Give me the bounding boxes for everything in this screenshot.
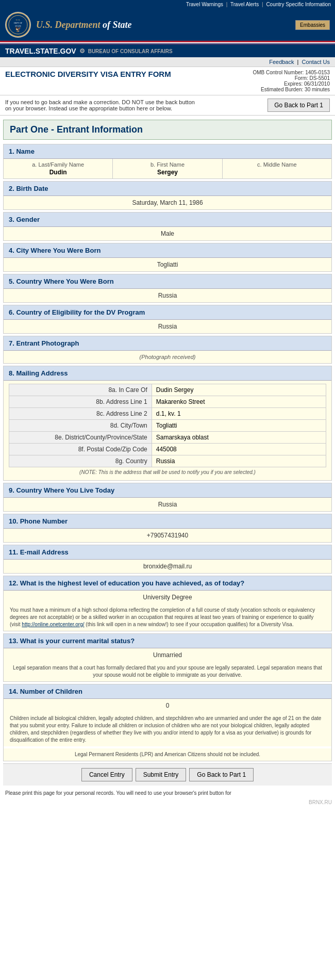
section-mailing: 8. Mailing Address 8a. In Care Of Dudin … [3, 366, 332, 481]
feedback-link[interactable]: Feedback [269, 59, 294, 65]
address-row-4: 8e. District/County/Province/State Samar… [9, 432, 326, 444]
section-city-born: 4. City Where You Were Born Togliatti [3, 243, 332, 272]
top-navigation-bar: Travel Warnings | Travel Alerts | Countr… [0, 0, 335, 9]
travel-warnings-link[interactable]: Travel Warnings [186, 2, 223, 7]
country-eligibility-value: Russia [4, 320, 331, 333]
section-children: 14. Number of Children 0 Children includ… [3, 684, 332, 761]
children-value: 0 [4, 699, 331, 712]
travel-bar: TRAVEL.STATE.GOV ⚙ BUREAU OF CONSULAR AF… [0, 45, 335, 57]
address-value-6: Russia [152, 455, 326, 467]
address-value-5: 445008 [152, 444, 326, 455]
phone-value: +79057431940 [4, 529, 331, 542]
address-label-4: 8e. District/County/Province/State [9, 432, 152, 444]
notice-row: If you need to go back and make a correc… [0, 95, 335, 115]
contact-link[interactable]: Contact Us [302, 59, 330, 65]
address-note: (NOTE: This is the address that will be … [9, 467, 326, 477]
country-today-value: Russia [4, 498, 331, 511]
header-logo: U.S. DEPT OF STATE 🦅 U.S. Department of … [0, 9, 335, 41]
omb-row: ELECTRONIC DIVERSITY VISA ENTRY FORM OMB… [0, 67, 335, 95]
address-row-0: 8a. In Care Of Dudin Sergey [9, 384, 326, 396]
address-row-6: 8g. Country Russia [9, 455, 326, 467]
travel-site-name: TRAVEL.STATE.GOV ⚙ BUREAU OF CONSULAR AF… [5, 47, 173, 55]
section-city-born-header: 4. City Where You Were Born [4, 243, 331, 258]
address-row-5: 8f. Postal Code/Zip Code 445008 [9, 444, 326, 455]
section-gender: 3. Gender Male [3, 212, 332, 241]
section-country-born: 5. Country Where You Were Born Russia [3, 274, 332, 303]
address-value-1: Makarenko Street [152, 396, 326, 408]
children-note1: Children include all biological children… [4, 712, 331, 746]
children-note2: Legal Permanent Residents (LPR) and Amer… [4, 748, 331, 761]
section-children-header: 14. Number of Children [4, 684, 331, 699]
watermark: BRNX.RU [0, 798, 335, 806]
go-back-bottom-button[interactable]: Go Back to Part 1 [189, 768, 254, 781]
go-back-top-button[interactable]: Go Back to Part 1 [267, 99, 330, 112]
section-marital-header: 13. What is your current marital status? [4, 634, 331, 648]
section-country-today-header: 9. Country Where You Live Today [4, 483, 331, 498]
address-row-2: 8c. Address Line 2 d.1, kv. 1 [9, 408, 326, 420]
address-label-6: 8g. Country [9, 455, 152, 467]
onet-link[interactable]: http://online.onetcenter.org/ [22, 622, 84, 627]
birth-date-value: Saturday, March 11, 1986 [4, 196, 331, 209]
marital-note: Legal separation means that a court has … [4, 662, 331, 681]
section-country-eligibility-header: 6. Country of Eligibility for the DV Pro… [4, 305, 331, 320]
address-value-4: Samarskaya oblast [152, 432, 326, 444]
flag-banner [0, 41, 335, 45]
address-table: 8a. In Care Of Dudin Sergey 8b. Address … [9, 384, 326, 467]
bureau-name: BUREAU OF CONSULAR AFFAIRS [88, 48, 173, 54]
submit-entry-button[interactable]: Submit Entry [136, 768, 187, 781]
section-phone-header: 10. Phone Number [4, 514, 331, 529]
section-education: 12. What is the highest level of educati… [3, 576, 332, 631]
department-name: U.S. Department of State [36, 20, 132, 30]
travel-alerts-link[interactable]: Travel Alerts [230, 2, 259, 7]
notice-text: If you need to go back and make a correc… [5, 99, 201, 111]
education-value: University Degree [4, 591, 331, 604]
section-birth-date: 2. Birth Date Saturday, March 11, 1986 [3, 181, 332, 210]
section-education-header: 12. What is the highest level of educati… [4, 576, 331, 591]
address-value-2: d.1, kv. 1 [152, 408, 326, 420]
address-label-1: 8b. Address Line 1 [9, 396, 152, 408]
section-country-born-header: 5. Country Where You Were Born [4, 274, 331, 289]
section-phone: 10. Phone Number +79057431940 [3, 514, 332, 543]
cancel-entry-button[interactable]: Cancel Entry [81, 768, 132, 781]
address-row-1: 8b. Address Line 1 Makarenko Street [9, 396, 326, 408]
address-value-0: Dudin Sergey [152, 384, 326, 396]
address-label-5: 8f. Postal Code/Zip Code [9, 444, 152, 455]
name-row: a. Last/Family Name Dudin b. First Name … [4, 159, 331, 178]
section-mailing-header: 8. Mailing Address [4, 366, 331, 381]
gender-value: Male [4, 227, 331, 240]
address-label-3: 8d. City/Town [9, 420, 152, 432]
feedback-bar: Feedback | Contact Us [0, 57, 335, 67]
section-country-today: 9. Country Where You Live Today Russia [3, 483, 332, 512]
city-born-value: Togliatti [4, 258, 331, 271]
section-gender-header: 3. Gender [4, 213, 331, 227]
section-email-header: 11. E-mail Address [4, 545, 331, 560]
country-born-value: Russia [4, 289, 331, 302]
middle-name-cell: c. Middle Name [223, 159, 331, 178]
print-note: Please print this page for your personal… [0, 788, 335, 798]
education-note: You must have a minimum of a high school… [4, 604, 331, 631]
part-one-header: Part One - Entrant Information [3, 120, 332, 140]
section-email: 11. E-mail Address bronxide@mail.ru [3, 545, 332, 574]
photograph-value: (Photograph received) [4, 351, 331, 363]
svg-text:🦅: 🦅 [15, 26, 22, 32]
section-photograph-header: 7. Entrant Photograph [4, 336, 331, 351]
gear-icon: ⚙ [79, 47, 85, 55]
embassies-button[interactable]: Embassies [295, 20, 330, 30]
address-label-0: 8a. In Care Of [9, 384, 152, 396]
svg-text:DEPT OF: DEPT OF [14, 22, 23, 24]
marital-value: Unmarried [4, 648, 331, 662]
omb-info: OMB Control Number: 1405-0153 Form: DS-5… [253, 70, 330, 92]
section-name: 1. Name a. Last/Family Name Dudin b. Fir… [3, 144, 332, 179]
email-value: bronxide@mail.ru [4, 560, 331, 573]
country-specific-link[interactable]: Country Specific Information [266, 2, 331, 7]
form-title: ELECTRONIC DIVERSITY VISA ENTRY FORM [5, 70, 171, 78]
first-name-cell: b. First Name Sergey [113, 159, 222, 178]
section-marital: 13. What is your current marital status?… [3, 633, 332, 682]
svg-text:U.S.: U.S. [16, 19, 21, 21]
address-value-3: Togliatti [152, 420, 326, 432]
address-label-2: 8c. Address Line 2 [9, 408, 152, 420]
state-dept-seal: U.S. DEPT OF STATE 🦅 [5, 12, 31, 38]
section-name-header: 1. Name [4, 144, 331, 159]
section-birth-date-header: 2. Birth Date [4, 182, 331, 196]
section-photograph: 7. Entrant Photograph (Photograph receiv… [3, 336, 332, 364]
